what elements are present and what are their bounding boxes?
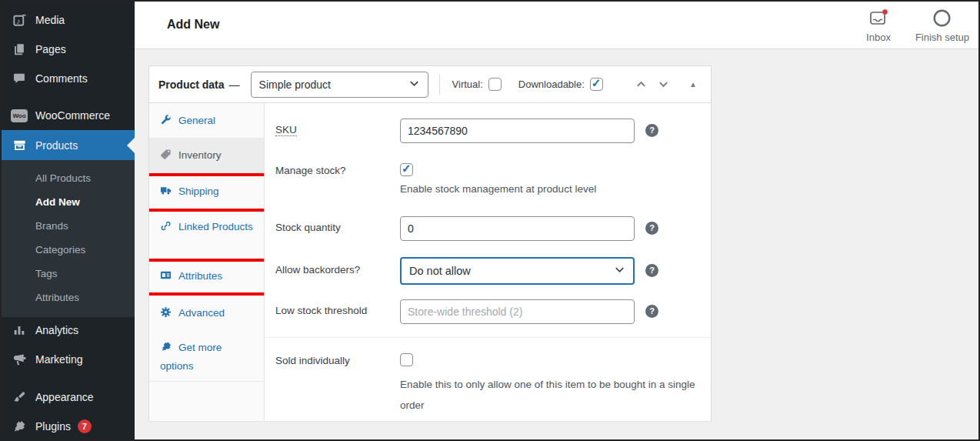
virtual-checkbox[interactable]	[488, 78, 502, 91]
chevron-down-icon	[408, 78, 420, 92]
collapse-toggle-icon[interactable]: ▲	[689, 80, 697, 89]
section-divider	[265, 337, 711, 338]
analytics-icon	[11, 323, 28, 337]
inbox-button[interactable]: Inbox	[866, 8, 891, 43]
sidebar-item-label: Pages	[35, 43, 66, 55]
submenu-item-brands[interactable]: Brands	[2, 214, 135, 238]
tab-attributes[interactable]: Attributes	[149, 262, 264, 292]
sidebar-item-label: Products	[35, 139, 78, 152]
tab-label: Attributes	[178, 270, 222, 282]
product-type-select[interactable]: Simple product	[251, 72, 428, 98]
inventory-panel: SKU ? Manage stock? Enable stock managem…	[265, 103, 711, 421]
tab-label: Advanced	[178, 307, 225, 319]
sku-help-icon[interactable]: ?	[645, 124, 658, 137]
chevron-down-icon	[614, 264, 625, 278]
tab-linked-products[interactable]: Linked Products	[149, 212, 264, 259]
manage-stock-description: Enable stock management at product level	[400, 183, 596, 195]
sold-individually-checkbox[interactable]	[400, 353, 413, 366]
header-separator	[439, 75, 440, 95]
low-stock-threshold-input[interactable]	[400, 299, 635, 324]
marketing-icon	[11, 352, 28, 367]
comments-icon	[11, 72, 28, 85]
sidebar-item-products[interactable]: Products	[2, 130, 135, 160]
tab-label: Linked Products	[178, 221, 253, 232]
tag-icon	[160, 149, 172, 165]
allow-backorders-select[interactable]: Do not allow	[400, 257, 635, 285]
tab-general[interactable]: General	[149, 103, 264, 138]
product-data-metabox: Product data — Simple product Virtual: D…	[148, 65, 712, 421]
allow-backorders-help-icon[interactable]: ?	[645, 264, 658, 277]
plugins-icon	[11, 419, 28, 433]
products-icon	[11, 138, 28, 152]
wrench-icon	[160, 114, 172, 131]
sidebar-item-label: WooCommerce	[35, 109, 110, 122]
virtual-checkbox-group: Virtual:	[452, 78, 502, 91]
tab-label: General	[178, 115, 215, 126]
finish-setup-label: Finish setup	[915, 32, 969, 43]
virtual-label: Virtual:	[452, 79, 483, 90]
admin-sidebar: ♪ Media Pages Comments Woo WooCommerce	[2, 2, 135, 439]
link-icon	[160, 220, 172, 237]
finish-setup-button[interactable]: Finish setup	[915, 8, 969, 43]
sidebar-item-label: Comments	[35, 72, 88, 85]
stock-quantity-input[interactable]	[400, 216, 635, 241]
metabox-controls: ▲	[635, 79, 702, 90]
downloadable-checkbox-group: Downloadable:	[518, 78, 603, 91]
top-header-bar: Add New Inbox Finish setup	[135, 2, 978, 49]
metabox-title-dash: —	[229, 79, 240, 91]
sku-input[interactable]	[400, 119, 635, 143]
submenu-item-add-new[interactable]: Add New	[2, 190, 135, 214]
submenu-item-attributes[interactable]: Attributes	[2, 286, 135, 309]
sidebar-item-media[interactable]: ♪ Media	[2, 5, 135, 35]
page-title: Add New	[167, 18, 219, 32]
sidebar-item-analytics[interactable]: Analytics	[2, 316, 135, 345]
tab-inventory[interactable]: Inventory	[149, 138, 264, 173]
submenu-item-tags[interactable]: Tags	[2, 262, 135, 286]
tab-label: Inventory	[178, 149, 222, 161]
sidebar-item-comments[interactable]: Comments	[2, 64, 135, 93]
sidebar-item-plugins[interactable]: Plugins 7	[2, 412, 135, 441]
tab-get-more-options[interactable]: Get more options	[149, 330, 264, 382]
metabox-header: Product data — Simple product Virtual: D…	[149, 66, 711, 103]
media-icon: ♪	[11, 13, 28, 28]
submenu-item-categories[interactable]: Categories	[2, 238, 135, 262]
sold-individually-description: Enable this to only allow one of this it…	[400, 374, 698, 416]
move-up-icon[interactable]	[635, 79, 647, 90]
sidebar-item-pages[interactable]: Pages	[2, 35, 135, 64]
move-down-icon[interactable]	[658, 79, 669, 90]
tab-label: Shipping	[178, 185, 219, 197]
low-stock-threshold-label: Low stock threshold	[275, 305, 397, 316]
screenshot-frame: ♪ Media Pages Comments Woo WooCommerce	[0, 0, 980, 441]
pages-icon	[11, 42, 28, 56]
sold-individually-label: Sold individually	[275, 355, 397, 366]
svg-text:♪: ♪	[16, 16, 20, 25]
woocommerce-icon: Woo	[11, 109, 28, 122]
downloadable-checkbox[interactable]	[590, 78, 603, 91]
tab-shipping[interactable]: Shipping	[149, 176, 264, 209]
submenu-item-all-products[interactable]: All Products	[2, 166, 135, 190]
tab-advanced[interactable]: Advanced	[149, 296, 264, 330]
sidebar-item-woocommerce[interactable]: Woo WooCommerce	[2, 101, 135, 130]
sidebar-item-marketing[interactable]: Marketing	[2, 345, 135, 374]
attributes-icon	[160, 269, 172, 286]
truck-icon	[160, 185, 172, 202]
sidebar-item-label: Media	[35, 14, 65, 26]
sidebar-item-label: Analytics	[35, 324, 78, 336]
inbox-icon	[868, 8, 889, 30]
metabox-title: Product data	[158, 79, 225, 91]
allow-backorders-label: Allow backorders?	[275, 264, 397, 276]
metabox-body: General Inventory Shipping Linked Produc…	[149, 103, 711, 421]
stock-quantity-help-icon[interactable]: ?	[645, 222, 658, 235]
sidebar-item-appearance[interactable]: Appearance	[2, 383, 135, 412]
sidebar-item-label: Plugins	[35, 420, 71, 433]
downloadable-label: Downloadable:	[518, 79, 585, 90]
manage-stock-checkbox[interactable]	[400, 163, 413, 176]
appearance-icon	[11, 390, 28, 404]
product-data-tabs: General Inventory Shipping Linked Produc…	[149, 103, 265, 421]
low-stock-threshold-help-icon[interactable]: ?	[645, 305, 658, 318]
stock-quantity-label: Stock quantity	[275, 222, 397, 233]
header-actions: Inbox Finish setup	[866, 8, 969, 43]
plugins-update-badge: 7	[78, 419, 92, 433]
allow-backorders-value: Do not allow	[409, 265, 471, 277]
plug-icon	[160, 341, 172, 358]
